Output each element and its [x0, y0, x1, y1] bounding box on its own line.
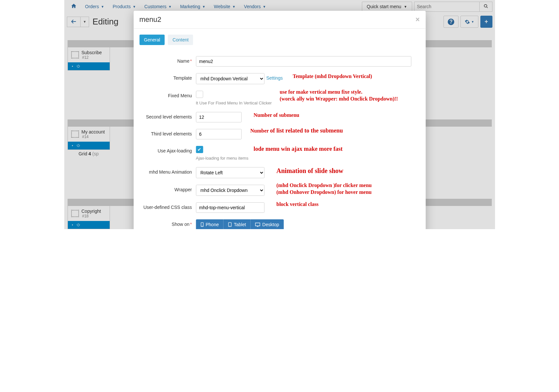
annotation: block vertical class: [276, 201, 318, 208]
settings-link[interactable]: Settings: [266, 73, 283, 81]
label-name: Name*: [139, 56, 196, 64]
svg-rect-10: [256, 223, 260, 226]
label-second: Second level elements: [139, 112, 196, 119]
label-template: Template: [139, 73, 196, 81]
annotation: (mhd Onclick Dropdown )for clicker menu(…: [276, 182, 372, 196]
tab-content[interactable]: Content: [168, 35, 193, 45]
label-css: User-defined CSS class: [139, 202, 196, 210]
showon-phone[interactable]: Phone: [196, 219, 223, 229]
label-showon: Show on*: [139, 219, 196, 227]
annotation: Template (mhd Dropdown Vertical): [293, 73, 372, 80]
phone-icon: [200, 222, 204, 227]
label-anim: mhd Menu Animation: [139, 167, 196, 175]
help-ajax: Ajax-loading for menu items: [196, 156, 248, 161]
wrapper-select[interactable]: mhd Onclick Dropdown: [196, 185, 264, 196]
fixed-menu-checkbox[interactable]: [196, 91, 203, 98]
annotation: use for make vertical menu fixe style.(w…: [280, 89, 398, 102]
tab-general[interactable]: General: [139, 35, 165, 45]
label-third: Third level elements: [139, 129, 196, 136]
label-ajax: Use Ajax-loading: [139, 146, 196, 153]
modal: menu2 × General Content Name* Template m…: [133, 11, 426, 229]
annotation: lode menu win ajax make more fast: [254, 145, 343, 153]
second-level-input[interactable]: [196, 112, 241, 122]
showon-tablet[interactable]: Tablet: [223, 219, 250, 229]
showon-desktop[interactable]: Desktop: [251, 219, 284, 229]
template-select[interactable]: mhd Dropdown Vertical: [196, 73, 264, 84]
desktop-icon: [255, 223, 260, 227]
tablet-icon: [228, 222, 232, 227]
label-wrapper: Wrapper: [139, 185, 196, 192]
animation-select[interactable]: Rotate Left: [196, 167, 264, 178]
annotation: Animation of slide show: [276, 166, 343, 175]
name-input[interactable]: [196, 56, 411, 67]
third-level-input[interactable]: [196, 129, 241, 139]
annotation: Number of list related to the submenu: [250, 127, 343, 134]
help-fixed: It Use For Fixed Menu In Vertical Clicke…: [196, 101, 272, 105]
modal-title: menu2: [139, 15, 161, 24]
close-icon[interactable]: ×: [415, 15, 420, 24]
css-class-input[interactable]: [196, 202, 264, 213]
ajax-checkbox[interactable]: ✔: [196, 146, 203, 153]
annotation: Number of submenu: [254, 112, 299, 119]
label-fixed: Fixed Menu: [139, 91, 196, 98]
